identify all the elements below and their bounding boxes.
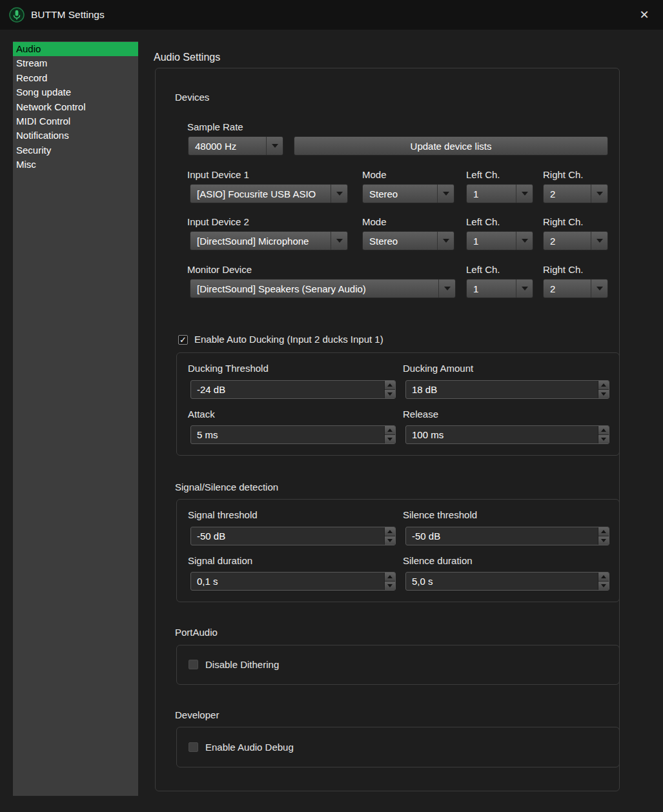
silence-threshold-value: -50 dB bbox=[406, 527, 598, 545]
input-device-2-right-ch-select[interactable]: 2 bbox=[543, 231, 608, 250]
right-ch-column-label: Right Ch. bbox=[543, 169, 584, 180]
chevron-down-icon bbox=[438, 279, 455, 298]
mode-column-label: Mode bbox=[362, 216, 387, 227]
signal-threshold-value: -50 dB bbox=[191, 527, 384, 545]
update-device-lists-button[interactable]: Update device lists bbox=[294, 136, 608, 156]
input-device-1-select[interactable]: [ASIO] Focusrite USB ASIO bbox=[190, 184, 348, 203]
attack-value: 5 ms bbox=[191, 426, 384, 443]
spinner-down-icon[interactable] bbox=[385, 390, 395, 398]
developer-section-label: Developer bbox=[175, 709, 219, 720]
sample-rate-select[interactable]: 48000 Hz bbox=[188, 136, 283, 156]
input-device-2-label: Input Device 2 bbox=[187, 216, 249, 227]
close-icon[interactable]: ✕ bbox=[635, 5, 654, 25]
silence-threshold-spinner[interactable]: -50 dB bbox=[405, 527, 609, 545]
sidebar-item-notifications[interactable]: Notifications bbox=[13, 128, 138, 143]
input-device-2-mode-select[interactable]: Stereo bbox=[362, 231, 454, 250]
input-device-1-right-ch-value: 2 bbox=[544, 188, 591, 199]
spinner-down-icon[interactable] bbox=[598, 582, 609, 590]
spinner-down-icon[interactable] bbox=[598, 390, 609, 398]
silence-duration-value: 5,0 s bbox=[406, 573, 598, 590]
disable-dithering-label[interactable]: Disable Dithering bbox=[205, 659, 279, 670]
chevron-down-icon bbox=[591, 185, 607, 203]
spinner-up-icon[interactable] bbox=[598, 573, 609, 582]
sidebar-item-network-control[interactable]: Network Control bbox=[13, 100, 138, 114]
attack-spinner[interactable]: 5 ms bbox=[190, 425, 396, 444]
input-device-1-value: [ASIO] Focusrite USB ASIO bbox=[190, 188, 331, 199]
spinner-up-icon[interactable] bbox=[385, 573, 395, 582]
chevron-down-icon bbox=[591, 232, 607, 250]
input-device-2-right-ch-value: 2 bbox=[544, 236, 591, 247]
input-device-2-left-ch-select[interactable]: 1 bbox=[466, 231, 533, 250]
input-device-2-value: [DirectSound] Microphone bbox=[190, 236, 331, 247]
sidebar-item-song-update[interactable]: Song update bbox=[13, 85, 138, 99]
signal-threshold-spinner[interactable]: -50 dB bbox=[190, 527, 396, 545]
signal-duration-label: Signal duration bbox=[188, 555, 252, 566]
sample-rate-label: Sample Rate bbox=[187, 121, 243, 132]
spinner-up-icon[interactable] bbox=[598, 426, 609, 435]
input-device-1-mode-select[interactable]: Stereo bbox=[362, 184, 454, 203]
input-device-2-select[interactable]: [DirectSound] Microphone bbox=[190, 231, 348, 250]
input-device-1-right-ch-select[interactable]: 2 bbox=[543, 184, 608, 203]
ducking-threshold-value: -24 dB bbox=[191, 381, 384, 398]
enable-audio-debug-label[interactable]: Enable Audio Debug bbox=[205, 742, 294, 753]
spinner-up-icon[interactable] bbox=[385, 426, 395, 435]
sidebar-item-midi-control[interactable]: MIDI Control bbox=[13, 114, 138, 128]
spinner-up-icon[interactable] bbox=[385, 527, 395, 536]
settings-window: BUTTM Settings ✕ Audio Stream Record Son… bbox=[0, 0, 663, 812]
check-icon: ✓ bbox=[179, 335, 187, 345]
input-device-1-mode-value: Stereo bbox=[363, 188, 437, 199]
monitor-left-ch-value: 1 bbox=[467, 283, 516, 294]
input-device-1-left-ch-value: 1 bbox=[467, 188, 516, 199]
chevron-down-icon bbox=[591, 279, 607, 298]
silence-duration-spinner[interactable]: 5,0 s bbox=[405, 572, 609, 591]
enable-audio-debug-checkbox[interactable] bbox=[189, 742, 198, 752]
monitor-left-ch-select[interactable]: 1 bbox=[466, 279, 533, 298]
chevron-down-icon bbox=[331, 185, 347, 203]
titlebar: BUTTM Settings ✕ bbox=[0, 0, 663, 30]
left-ch-column-label: Left Ch. bbox=[466, 216, 500, 227]
page-title: Audio Settings bbox=[154, 52, 220, 63]
settings-sidebar: Audio Stream Record Song update Network … bbox=[13, 41, 138, 796]
sample-rate-value: 48000 Hz bbox=[189, 141, 266, 152]
portaudio-section-label: PortAudio bbox=[175, 627, 218, 638]
signal-duration-spinner[interactable]: 0,1 s bbox=[190, 572, 396, 591]
spinner-down-icon[interactable] bbox=[385, 536, 395, 545]
sidebar-item-stream[interactable]: Stream bbox=[13, 56, 138, 70]
right-ch-column-label: Right Ch. bbox=[543, 216, 584, 227]
window-title: BUTTM Settings bbox=[31, 9, 105, 21]
chevron-down-icon bbox=[516, 279, 533, 298]
ducking-amount-spinner[interactable]: 18 dB bbox=[405, 380, 609, 399]
audio-settings-panel: Devices Sample Rate 48000 Hz Update devi… bbox=[155, 68, 620, 791]
spinner-down-icon[interactable] bbox=[385, 582, 395, 590]
silence-duration-label: Silence duration bbox=[403, 555, 473, 566]
sidebar-item-audio[interactable]: Audio bbox=[13, 42, 138, 56]
spinner-up-icon[interactable] bbox=[385, 381, 395, 390]
right-ch-column-label: Right Ch. bbox=[543, 264, 584, 275]
auto-ducking-checkbox[interactable]: ✓ bbox=[178, 335, 188, 345]
release-spinner[interactable]: 100 ms bbox=[405, 425, 609, 444]
chevron-down-icon bbox=[437, 185, 454, 203]
detection-groupbox: Signal threshold -50 dB Silence threshol… bbox=[176, 499, 620, 602]
spinner-up-icon[interactable] bbox=[598, 381, 609, 390]
input-device-2-left-ch-value: 1 bbox=[467, 236, 516, 247]
left-ch-column-label: Left Ch. bbox=[466, 264, 500, 275]
developer-groupbox: Enable Audio Debug bbox=[176, 727, 620, 767]
chevron-down-icon bbox=[516, 232, 533, 250]
monitor-right-ch-select[interactable]: 2 bbox=[543, 279, 608, 298]
auto-ducking-label[interactable]: Enable Auto Ducking (Input 2 ducks Input… bbox=[194, 334, 383, 345]
input-device-2-mode-value: Stereo bbox=[363, 236, 437, 247]
ducking-threshold-spinner[interactable]: -24 dB bbox=[190, 380, 396, 399]
disable-dithering-checkbox[interactable] bbox=[189, 660, 198, 669]
spinner-up-icon[interactable] bbox=[598, 527, 609, 536]
monitor-device-select[interactable]: [DirectSound] Speakers (Senary Audio) bbox=[190, 279, 456, 298]
devices-section-label: Devices bbox=[175, 92, 209, 103]
sidebar-item-record[interactable]: Record bbox=[13, 71, 138, 85]
spinner-down-icon[interactable] bbox=[385, 435, 395, 443]
sidebar-item-misc[interactable]: Misc bbox=[13, 157, 138, 172]
monitor-device-label: Monitor Device bbox=[187, 264, 252, 275]
release-label: Release bbox=[403, 409, 438, 420]
spinner-down-icon[interactable] bbox=[598, 536, 609, 545]
spinner-down-icon[interactable] bbox=[598, 435, 609, 443]
sidebar-item-security[interactable]: Security bbox=[13, 143, 138, 157]
input-device-1-left-ch-select[interactable]: 1 bbox=[466, 184, 533, 203]
